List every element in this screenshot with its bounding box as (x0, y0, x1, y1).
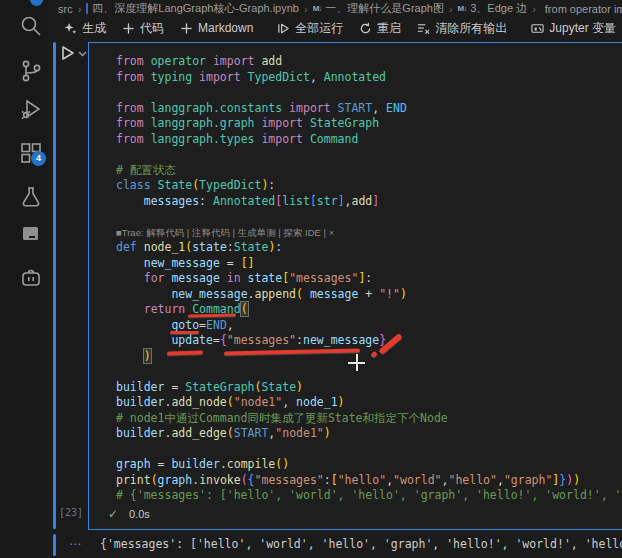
breadcrumb-separator: › (77, 3, 83, 15)
toolbar-button-label: 全部运行 (295, 20, 343, 37)
toolbar-button-restart[interactable]: 重启 (351, 17, 409, 39)
output-text: {'messages': ['hello', 'world', 'hello',… (100, 537, 622, 551)
code-editor[interactable]: from operator import addfrom typing impo… (116, 54, 622, 504)
code-line (116, 85, 622, 101)
notebook-toolbar: 生成代码Markdown全部运行重启清除所有输出Jupyter 变量大纲 (56, 17, 622, 39)
red-underline-goto (170, 331, 199, 334)
run-options-chevron-icon[interactable] (77, 47, 88, 58)
code-line: from typing import TypedDict, Annotated (116, 70, 622, 86)
cell-status-row: ✓ 0.0s (108, 507, 150, 521)
execution-time: 0.0s (129, 508, 150, 520)
breadcrumb[interactable]: src›四、深度理解LangGraph核心-Graph.ipynb›M↓一、理解… (58, 0, 622, 17)
cell-output: ⋯ {'messages': ['hello', 'world', 'hello… (0, 533, 622, 558)
code-line: for message in state["messages"]: (116, 271, 622, 287)
restart-icon (359, 22, 372, 35)
execution-count: [23] (56, 507, 86, 518)
code-line: messages: Annotated[list[str],add] (116, 194, 622, 210)
plus-icon (180, 22, 193, 35)
search-icon[interactable] (18, 13, 44, 39)
testing-icon[interactable] (18, 184, 44, 210)
code-line: # 配置状态 (116, 163, 622, 179)
code-line (116, 147, 622, 163)
code-line: class State(TypedDict): (116, 178, 622, 194)
toolbar-button-variables[interactable]: Jupyter 变量 (523, 17, 622, 39)
extensions-badge: 4 (31, 151, 46, 166)
toolbar-button-plus[interactable]: 代码 (114, 17, 172, 39)
code-line (116, 442, 622, 458)
code-line: from langgraph.types import Command (116, 132, 622, 148)
breadcrumb-item[interactable]: 一、理解什么是Graph图 (325, 1, 444, 16)
markdown-icon: M↓ (313, 4, 322, 13)
breadcrumb-item[interactable]: 3、Edge 边 (470, 1, 527, 16)
toolbar-button-clear-all[interactable]: 清除所有输出 (409, 17, 515, 39)
breadcrumb-separator: › (303, 3, 309, 15)
toolbar-button-label: 重启 (377, 20, 401, 37)
trae-codelens[interactable]: ■Trae: 解释代码 | 注释代码 | 生成单测 | 探索 IDE | × (116, 225, 622, 241)
code-line: builder = StateGraph(State) (116, 380, 622, 396)
code-line: # {'messages': ['hello', 'world', 'hello… (116, 488, 622, 504)
source-control-icon[interactable] (18, 58, 44, 84)
toolbar-button-sparkle[interactable]: 生成 (56, 17, 114, 39)
toolbar-button-label: 清除所有输出 (435, 20, 507, 37)
variables-icon (531, 22, 544, 35)
activity-bar: 4 (0, 0, 48, 558)
toolbar-button-label: 生成 (82, 20, 106, 37)
clear-all-icon (417, 22, 430, 35)
breadcrumb-separator: › (448, 3, 454, 15)
markdown-icon: M↓ (458, 4, 467, 13)
code-line: from langgraph.constants import START, E… (116, 101, 622, 117)
notebook-icon (86, 3, 88, 14)
breadcrumb-item[interactable]: 四、深度理解LangGraph核心-Graph.ipynb (92, 1, 299, 16)
panel-icon[interactable] (18, 221, 44, 247)
crosshair-cursor (348, 354, 365, 371)
code-line: # node1中通过Command同时集成了更新State和指定下个Node (116, 411, 622, 427)
ai-assistant-icon[interactable] (18, 265, 44, 291)
code-line: builder.add_node("node1", node_1) (116, 395, 622, 411)
code-line: update={"messages":new_message} (116, 333, 622, 349)
breadcrumb-separator: › (531, 3, 537, 15)
cell-focus-bar (53, 42, 56, 529)
toolbar-button-label: Jupyter 变量 (549, 20, 616, 37)
toolbar-button-label: 代码 (140, 20, 164, 37)
code-line: from langgraph.graph import StateGraph (116, 116, 622, 132)
code-line (116, 364, 622, 380)
code-line (116, 209, 622, 225)
run-all-icon (277, 22, 290, 35)
toolbar-button-label: Markdown (198, 21, 253, 35)
toolbar-button-plus[interactable]: Markdown (172, 17, 261, 39)
code-line: new_message = [] (116, 256, 622, 272)
code-line: builder.add_edge(START,"node1") (116, 426, 622, 442)
code-line: from operator import add (116, 54, 622, 70)
code-line: graph = builder.compile() (116, 457, 622, 473)
run-cell-button[interactable] (58, 44, 76, 62)
toolbar-button-run-all[interactable]: 全部运行 (269, 17, 351, 39)
sparkle-icon (64, 22, 77, 35)
plus-icon (122, 22, 135, 35)
notebook-cell[interactable]: from operator import addfrom typing impo… (88, 42, 622, 530)
output-more-indicator[interactable]: ⋯ (63, 536, 88, 552)
ide-window: 4 src›四、深度理解LangGraph核心-Graph.ipynb›M↓一、… (0, 0, 622, 558)
breadcrumb-item[interactable]: from operator import add (545, 3, 622, 15)
run-and-debug-icon[interactable] (18, 96, 44, 122)
breadcrumb-item[interactable]: src (58, 3, 73, 15)
code-line: new_message.append( message + "!") (116, 287, 622, 303)
code-line: def node_1(state:State): (116, 240, 622, 256)
code-line: print(graph.invoke({"messages":["hello",… (116, 473, 622, 489)
success-check-icon: ✓ (108, 507, 118, 521)
notification-dot (30, 0, 43, 6)
